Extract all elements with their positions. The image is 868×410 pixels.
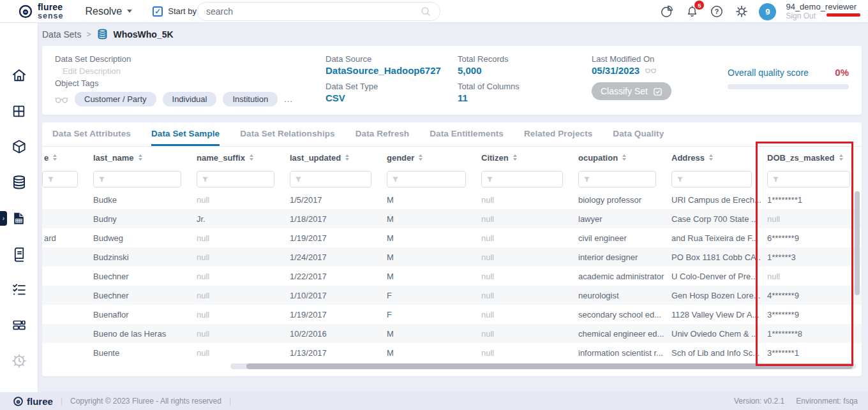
brand-text: fluree sense: [38, 3, 63, 20]
last-modified-label: Last Modified On: [592, 54, 671, 64]
table-row[interactable]: Buechnernull1/10/2017FnullneurologistGen…: [42, 286, 862, 305]
tab-related-projects[interactable]: Related Projects: [524, 122, 592, 146]
cell: 1/13/2017: [283, 348, 380, 358]
horizontal-scrollbar[interactable]: [230, 363, 856, 369]
table-row[interactable]: ardBudwegnull1/19/2017Mnullcivil enginee…: [42, 228, 862, 247]
filter-input-ocupation[interactable]: [578, 171, 656, 187]
tab-data-set-relationships[interactable]: Data Set Relationships: [240, 122, 335, 146]
breadcrumb-data-sets-link[interactable]: Data Sets: [42, 29, 81, 40]
filter-cell: [475, 171, 572, 187]
sort-icon[interactable]: [513, 154, 517, 161]
sort-icon[interactable]: [709, 154, 713, 161]
tab-data-quality[interactable]: Data Quality: [613, 122, 664, 146]
sidebar-item-servers[interactable]: [0, 307, 38, 343]
table-row[interactable]: Bueno de las Herasnull10/2/2016Mnullchem…: [42, 324, 862, 343]
sort-icon[interactable]: [53, 154, 57, 161]
sort-icon[interactable]: [138, 154, 142, 161]
filter-cell: [572, 171, 665, 187]
sidebar-item-database[interactable]: [0, 165, 38, 200]
cell: null: [190, 348, 283, 358]
column-header-ocupation[interactable]: ocupation: [572, 153, 665, 163]
search-bar[interactable]: [197, 2, 440, 21]
vertical-scrollbar-thumb[interactable]: [855, 191, 860, 295]
cell: Bueno de las Heras: [87, 329, 190, 339]
cube-icon: [11, 138, 27, 155]
cell: 10/2/2016: [283, 329, 380, 339]
column-header-DOB_zs_masked[interactable]: DOB_zs_masked: [761, 153, 859, 163]
data-source-value[interactable]: DataSource_Hadoop6727: [326, 65, 441, 76]
filter-input-e[interactable]: [42, 171, 78, 187]
filter-input-name_suffix[interactable]: [197, 171, 274, 187]
fluree-sense-logo[interactable]: fluree sense: [18, 3, 63, 20]
table-row[interactable]: BudnyJr.1/18/2017MnulllawyerCase Corp 70…: [42, 209, 862, 228]
resolve-dropdown[interactable]: Resolve: [85, 6, 132, 17]
table-row[interactable]: Buentenull1/13/2017Mnullinformation scie…: [42, 343, 862, 362]
checkbox-checked-icon[interactable]: ✓: [153, 6, 163, 17]
cell: null: [475, 329, 572, 339]
tab-data-set-attributes[interactable]: Data Set Attributes: [52, 122, 131, 146]
tag-individual[interactable]: Individual: [163, 92, 217, 106]
filter-input-DOB_zs_masked[interactable]: [767, 171, 850, 187]
analytics-pie-icon[interactable]: [659, 4, 675, 19]
classify-set-button[interactable]: Classify Set: [592, 82, 671, 100]
cell: U Colo-Denver of Pre...: [665, 272, 761, 281]
cell: PO Box 1181 Cobb CA...: [665, 253, 761, 262]
notifications-bell-icon[interactable]: 5: [684, 4, 700, 19]
total-columns-label: Total of Columns: [458, 82, 520, 91]
sidebar-item-grid[interactable]: [0, 93, 38, 129]
tab-data-set-sample[interactable]: Data Set Sample: [151, 122, 220, 146]
sort-icon[interactable]: [345, 154, 349, 161]
table-row[interactable]: Buechnernull1/22/2017Mnullacademic admin…: [42, 267, 862, 286]
table-row[interactable]: Budzinskinull1/24/2017Mnullinterior desi…: [42, 247, 862, 267]
column-header-e[interactable]: e: [42, 153, 87, 163]
table-row[interactable]: Budkenull1/5/2017Mnullbiology professorU…: [42, 190, 862, 209]
cell: null: [761, 272, 859, 281]
main-content: Data Sets > WhosWho_5K Data Set Descript…: [38, 23, 868, 392]
horizontal-scrollbar-thumb[interactable]: [246, 363, 853, 369]
column-header-Address[interactable]: Address: [665, 153, 761, 163]
edit-description-link[interactable]: Edit Description: [63, 66, 293, 76]
settings-gear-icon[interactable]: [734, 4, 749, 19]
filter-input-last_updated[interactable]: [290, 171, 371, 187]
cell: Gen Hosp Bozen Lore...: [665, 291, 761, 300]
sort-icon[interactable]: [250, 154, 253, 161]
object-tags-label: Object Tags: [55, 78, 293, 88]
cell: M: [380, 253, 475, 262]
filter-cell: [87, 171, 190, 187]
tag-customer-party[interactable]: Customer / Party: [75, 92, 156, 106]
tab-data-refresh[interactable]: Data Refresh: [355, 122, 409, 146]
sort-icon[interactable]: [839, 154, 843, 161]
column-header-Citizen[interactable]: Citizen: [475, 153, 572, 163]
filter-input-Citizen[interactable]: [481, 171, 563, 187]
sidebar-item-data-sets[interactable]: ›: [0, 200, 38, 236]
cell: Buechner: [87, 272, 190, 281]
sidebar-item-home[interactable]: [0, 57, 38, 93]
column-header-gender[interactable]: gender: [380, 153, 475, 163]
svg-text:?: ?: [715, 8, 719, 15]
sidebar-item-scheduled-settings[interactable]: [0, 343, 38, 379]
filter-input-last_name[interactable]: [93, 171, 181, 187]
column-header-last_updated[interactable]: last_updated: [283, 153, 380, 163]
search-input[interactable]: [206, 6, 421, 17]
table-row[interactable]: Buenaflornull1/19/2017Fnullsecondary sch…: [42, 305, 862, 324]
tag-institution[interactable]: Institution: [223, 92, 278, 106]
sort-icon[interactable]: [622, 154, 626, 161]
column-header-last_name[interactable]: last_name: [87, 153, 190, 163]
sort-icon[interactable]: [419, 154, 423, 161]
sidebar-item-cube[interactable]: [0, 129, 38, 165]
gear-clock-icon: [11, 353, 27, 369]
home-icon: [11, 67, 27, 84]
sidebar-item-checklist[interactable]: [0, 272, 38, 307]
avatar[interactable]: 9: [759, 3, 776, 20]
cell: M: [380, 233, 475, 243]
sidebar-item-catalog[interactable]: [0, 236, 38, 272]
filter-input-Address[interactable]: [671, 171, 752, 187]
tab-data-entitlements[interactable]: Data Entitlements: [430, 122, 504, 146]
cell: null: [475, 291, 572, 300]
help-icon[interactable]: ?: [709, 4, 724, 19]
cell: 1/18/2017: [283, 214, 380, 224]
fluree-logo-icon: [18, 4, 33, 19]
filter-input-gender[interactable]: [387, 171, 466, 187]
tags-more[interactable]: ...: [284, 94, 293, 104]
column-header-name_suffix[interactable]: name_suffix: [190, 153, 283, 163]
